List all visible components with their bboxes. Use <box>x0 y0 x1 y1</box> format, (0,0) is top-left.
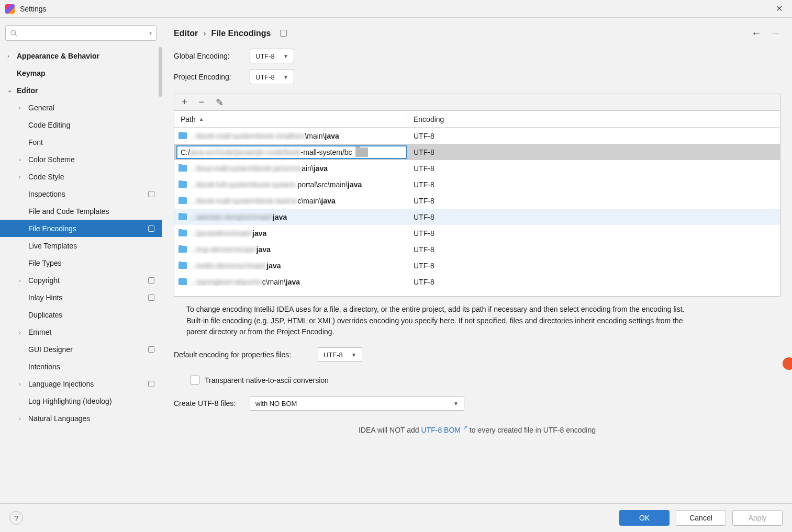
browse-folder-icon[interactable] <box>355 148 368 157</box>
sidebar-item-emmet[interactable]: ›Emmet <box>0 323 162 341</box>
scope-badge-icon <box>148 225 154 232</box>
add-icon[interactable]: + <box>182 97 187 108</box>
chevron-down-icon: ▼ <box>283 74 288 80</box>
sidebar-item-duplicates[interactable]: ›Duplicates <box>0 306 162 323</box>
sidebar-item-font[interactable]: ›Font <box>0 133 162 151</box>
sidebar-item-label: File and Code Templates <box>28 207 109 216</box>
folder-icon <box>179 181 187 188</box>
sidebar-item-appearance-behavior[interactable]: ›Appearance & Behavior <box>0 47 162 64</box>
sidebar-item-gui-designer[interactable]: ›GUI Designer <box>0 341 162 358</box>
chevron-right-icon: › <box>7 53 17 59</box>
properties-encoding-combo[interactable]: UTF-8 ▼ <box>318 347 362 362</box>
sidebar-item-label: Code Style <box>28 173 64 181</box>
sidebar-item-intentions[interactable]: ›Intentions <box>0 358 162 375</box>
folder-icon <box>179 132 187 139</box>
sidebar-item-file-encodings[interactable]: ›File Encodings <box>0 220 162 237</box>
sidebar-item-language-injections[interactable]: ›Language Injections <box>0 375 162 392</box>
create-utf8-combo[interactable]: with NO BOM ▼ <box>250 396 464 411</box>
chevron-down-icon: ▼ <box>351 352 356 358</box>
back-icon[interactable]: ← <box>751 27 762 39</box>
sidebar-item-inlay-hints[interactable]: ›Inlay Hints <box>0 289 162 306</box>
encoding-cell[interactable]: UTF-8 <box>407 180 780 189</box>
settings-tree[interactable]: ›Appearance & Behavior›Keymap⌄Editor›Gen… <box>0 47 162 503</box>
search-icon <box>10 29 18 37</box>
path-text: ...\alesber-dong\src\main\java <box>190 213 287 221</box>
encoding-cell[interactable]: UTF-8 <box>407 164 780 173</box>
table-row[interactable]: ...\mp-dervisrc\main\javaUTF-8 <box>174 241 780 257</box>
breadcrumb-parent[interactable]: Editor <box>174 29 198 38</box>
folder-icon <box>179 246 187 253</box>
path-text: ...\javaedtron\main\java <box>190 229 266 237</box>
sidebar-item-live-templates[interactable]: ›Live Templates <box>0 237 162 254</box>
transparent-checkbox[interactable] <box>191 376 199 384</box>
sidebar-item-editor[interactable]: ⌄Editor <box>0 82 162 99</box>
sidebar-item-copyright[interactable]: ›Copyright <box>0 271 162 289</box>
help-button[interactable]: ? <box>9 511 23 525</box>
path-text: ...\book-full-system\book-system-portal\… <box>190 180 362 189</box>
scope-badge-icon <box>148 346 154 353</box>
table-row[interactable]: ...\book-mall-system\book-small\src\main… <box>174 128 780 144</box>
edit-icon[interactable]: ✎ <box>216 97 224 108</box>
encoding-cell[interactable]: UTF-8 <box>407 245 780 254</box>
sidebar-item-general[interactable]: ›General <box>0 99 162 116</box>
utf8-bom-link[interactable]: UTF-8 BOM ↗ <box>421 426 467 434</box>
sidebar-item-label: Emmet <box>28 328 51 336</box>
corner-badge-icon <box>783 357 792 370</box>
chevron-right-icon: › <box>19 156 28 163</box>
encoding-cell[interactable]: UTF-8 <box>407 278 780 286</box>
sidebar-item-log-highlighting-ideolog-[interactable]: ›Log Highlighting (Ideolog) <box>0 392 162 410</box>
scrollbar-thumb[interactable] <box>159 47 162 97</box>
ok-button[interactable]: OK <box>619 510 670 526</box>
sidebar-item-file-and-code-templates[interactable]: ›File and Code Templates <box>0 202 162 220</box>
encoding-cell[interactable]: UTF-8 <box>407 197 780 205</box>
bom-note: IDEA will NOT add UTF-8 BOM ↗ to every c… <box>174 424 780 434</box>
close-icon[interactable]: ✕ <box>772 2 787 16</box>
global-encoding-combo[interactable]: UTF-8 ▼ <box>250 49 294 63</box>
chevron-down-icon: ⌄ <box>7 87 17 94</box>
help-text: To change encoding IntelliJ IDEA uses fo… <box>186 304 689 338</box>
table-row[interactable]: ...\book-mall-system\book-task\src\main\… <box>174 193 780 209</box>
cancel-button[interactable]: Cancel <box>676 510 726 526</box>
encoding-cell[interactable]: UTF-8 <box>407 262 780 270</box>
table-row[interactable]: ...\boyi-mall-system\book-jar\src\main\j… <box>174 160 780 176</box>
breadcrumb-separator: › <box>203 29 206 38</box>
search-field[interactable] <box>21 29 149 37</box>
table-row[interactable]: ...\redis-demo\src\main\javaUTF-8 <box>174 257 780 274</box>
titlebar: Settings ✕ <box>0 0 792 18</box>
chevron-right-icon: › <box>19 174 28 180</box>
project-encoding-combo[interactable]: UTF-8 ▼ <box>250 70 294 84</box>
chevron-right-icon: › <box>19 415 28 422</box>
table-body[interactable]: ...\book-mall-system\book-small\src\main… <box>174 128 780 296</box>
search-input[interactable]: ▾ <box>5 25 157 41</box>
transparent-checkbox-label[interactable]: Transparent native-to-ascii conversion <box>205 376 329 384</box>
global-encoding-label: Global Encoding: <box>174 52 250 60</box>
table-row[interactable]: ...\book-full-system\book-system-portal\… <box>174 176 780 193</box>
remove-icon[interactable]: − <box>199 97 205 108</box>
path-input[interactable]: C:/java-src/code/javaanjin-code/book-mal… <box>176 145 407 159</box>
encoding-cell[interactable]: UTF-8 <box>407 132 780 140</box>
table-row[interactable]: C:/java-src/code/javaanjin-code/book-mal… <box>174 144 780 160</box>
sidebar: ▾ ›Appearance & Behavior›Keymap⌄Editor›G… <box>0 18 162 503</box>
sidebar-item-inspections[interactable]: ›Inspections <box>0 185 162 202</box>
sidebar-item-color-scheme[interactable]: ›Color Scheme <box>0 151 162 168</box>
encoding-cell[interactable]: UTF-8 <box>407 229 780 237</box>
sidebar-item-code-style[interactable]: ›Code Style <box>0 168 162 185</box>
encoding-cell[interactable]: UTF-8 <box>407 148 780 156</box>
sidebar-item-natural-languages[interactable]: ›Natural Languages <box>0 410 162 427</box>
column-path[interactable]: Path ▲ <box>174 111 407 127</box>
folder-icon <box>179 197 187 204</box>
sidebar-item-code-editing[interactable]: ›Code Editing <box>0 116 162 133</box>
sidebar-item-keymap[interactable]: ›Keymap <box>0 64 162 82</box>
sidebar-item-label: Code Editing <box>28 121 70 129</box>
column-encoding[interactable]: Encoding <box>407 115 780 123</box>
sidebar-item-file-types[interactable]: ›File Types <box>0 254 162 271</box>
sidebar-item-label: General <box>28 104 54 112</box>
sort-asc-icon: ▲ <box>199 116 204 122</box>
table-row[interactable]: ...\springboot-aliyun\src\main\javaUTF-8 <box>174 274 780 290</box>
path-text: ...\book-mall-system\book-task\src\main\… <box>190 197 336 205</box>
encoding-cell[interactable]: UTF-8 <box>407 213 780 221</box>
table-row[interactable]: ...\javaedtron\main\javaUTF-8 <box>174 225 780 241</box>
table-row[interactable]: ...\alesber-dong\src\main\javaUTF-8 <box>174 209 780 225</box>
scope-badge-icon <box>148 381 154 387</box>
external-link-icon: ↗ <box>463 424 467 431</box>
